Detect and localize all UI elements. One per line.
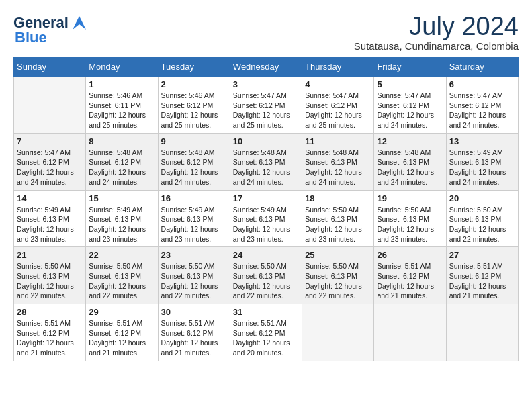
sunrise-text: Sunrise: 5:49 AM — [449, 148, 515, 158]
day-number: 12 — [377, 136, 443, 146]
day-number: 22 — [89, 250, 154, 260]
sunset-text: Sunset: 6:13 PM — [305, 214, 371, 224]
month-year: July 2024 — [354, 13, 519, 39]
sunrise-text: Sunrise: 5:48 AM — [161, 148, 227, 158]
daylight-line2: and 23 minutes. — [377, 234, 443, 244]
table-row: 1Sunrise: 5:46 AMSunset: 6:11 PMDaylight… — [86, 77, 158, 134]
day-number: 20 — [449, 193, 515, 203]
daylight-line2: and 21 minutes. — [161, 348, 227, 358]
sunset-text: Sunset: 6:13 PM — [305, 271, 371, 281]
daylight-line2: and 23 minutes. — [17, 234, 83, 244]
location: Sutatausa, Cundinamarca, Colombia — [354, 40, 519, 52]
sunset-text: Sunset: 6:12 PM — [89, 328, 154, 338]
logo-blue: Blue — [15, 30, 47, 46]
sunrise-text: Sunrise: 5:51 AM — [89, 318, 154, 328]
table-row: 15Sunrise: 5:49 AMSunset: 6:13 PMDayligh… — [86, 190, 158, 247]
header: General Blue July 2024 Sutatausa, Cundin… — [13, 13, 519, 52]
sunset-text: Sunset: 6:12 PM — [233, 101, 299, 111]
day-info: Sunrise: 5:47 AMSunset: 6:12 PMDaylight:… — [377, 91, 443, 130]
sunrise-text: Sunrise: 5:48 AM — [377, 148, 443, 158]
daylight-line2: and 22 minutes. — [17, 291, 83, 301]
sunrise-text: Sunrise: 5:50 AM — [305, 205, 371, 215]
sunrise-text: Sunrise: 5:48 AM — [233, 148, 299, 158]
table-row: 16Sunrise: 5:49 AMSunset: 6:13 PMDayligh… — [158, 190, 230, 247]
sunrise-text: Sunrise: 5:49 AM — [89, 205, 154, 215]
day-info: Sunrise: 5:51 AMSunset: 6:12 PMDaylight:… — [161, 318, 227, 358]
daylight-line2: and 21 minutes. — [449, 291, 515, 301]
daylight-line1: Daylight: 12 hours — [17, 281, 83, 291]
table-row: 24Sunrise: 5:50 AMSunset: 6:13 PMDayligh… — [230, 247, 302, 304]
col-wednesday: Wednesday — [230, 58, 302, 77]
page: General Blue July 2024 Sutatausa, Cundin… — [0, 0, 532, 368]
table-row — [14, 77, 86, 134]
calendar-header-row: Sunday Monday Tuesday Wednesday Thursday… — [14, 58, 519, 77]
daylight-line1: Daylight: 12 hours — [305, 110, 371, 120]
table-row: 29Sunrise: 5:51 AMSunset: 6:12 PMDayligh… — [86, 304, 158, 361]
sunset-text: Sunset: 6:13 PM — [377, 157, 443, 167]
table-row: 22Sunrise: 5:50 AMSunset: 6:13 PMDayligh… — [86, 247, 158, 304]
sunset-text: Sunset: 6:12 PM — [233, 328, 299, 338]
daylight-line1: Daylight: 12 hours — [161, 167, 227, 177]
sunrise-text: Sunrise: 5:51 AM — [233, 318, 299, 328]
sunrise-text: Sunrise: 5:51 AM — [161, 318, 227, 328]
day-info: Sunrise: 5:49 AMSunset: 6:13 PMDaylight:… — [233, 205, 299, 244]
sunrise-text: Sunrise: 5:50 AM — [305, 261, 371, 271]
day-number: 26 — [377, 250, 443, 260]
daylight-line1: Daylight: 12 hours — [377, 110, 443, 120]
daylight-line2: and 24 minutes. — [233, 177, 299, 187]
daylight-line2: and 25 minutes. — [233, 120, 299, 130]
sunset-text: Sunset: 6:12 PM — [161, 328, 227, 338]
table-row: 10Sunrise: 5:48 AMSunset: 6:13 PMDayligh… — [230, 133, 302, 190]
daylight-line2: and 25 minutes. — [161, 120, 227, 130]
table-row: 8Sunrise: 5:48 AMSunset: 6:12 PMDaylight… — [86, 133, 158, 190]
sunset-text: Sunset: 6:13 PM — [449, 214, 515, 224]
day-info: Sunrise: 5:49 AMSunset: 6:13 PMDaylight:… — [449, 148, 515, 187]
table-row: 21Sunrise: 5:50 AMSunset: 6:13 PMDayligh… — [14, 247, 86, 304]
table-row: 6Sunrise: 5:47 AMSunset: 6:12 PMDaylight… — [446, 77, 518, 134]
sunset-text: Sunset: 6:12 PM — [161, 157, 227, 167]
day-number: 17 — [233, 193, 299, 203]
daylight-line1: Daylight: 12 hours — [89, 338, 154, 348]
col-friday: Friday — [374, 58, 446, 77]
calendar-week-row: 28Sunrise: 5:51 AMSunset: 6:12 PMDayligh… — [14, 304, 519, 361]
daylight-line2: and 22 minutes. — [233, 291, 299, 301]
day-info: Sunrise: 5:51 AMSunset: 6:12 PMDaylight:… — [233, 318, 299, 358]
sunset-text: Sunset: 6:13 PM — [377, 214, 443, 224]
sunrise-text: Sunrise: 5:47 AM — [233, 91, 299, 101]
day-number: 11 — [305, 136, 371, 146]
daylight-line2: and 23 minutes. — [305, 234, 371, 244]
day-info: Sunrise: 5:48 AMSunset: 6:13 PMDaylight:… — [305, 148, 371, 187]
daylight-line1: Daylight: 12 hours — [161, 110, 227, 120]
svg-marker-0 — [73, 16, 86, 30]
day-number: 3 — [233, 79, 299, 89]
daylight-line1: Daylight: 12 hours — [89, 224, 154, 234]
col-saturday: Saturday — [446, 58, 518, 77]
calendar-week-row: 1Sunrise: 5:46 AMSunset: 6:11 PMDaylight… — [14, 77, 519, 134]
daylight-line2: and 23 minutes. — [161, 234, 227, 244]
sunrise-text: Sunrise: 5:49 AM — [233, 205, 299, 215]
day-number: 9 — [161, 136, 227, 146]
day-number: 6 — [449, 79, 515, 89]
sunrise-text: Sunrise: 5:47 AM — [377, 91, 443, 101]
sunset-text: Sunset: 6:13 PM — [89, 271, 154, 281]
daylight-line1: Daylight: 12 hours — [17, 338, 83, 348]
daylight-line1: Daylight: 12 hours — [233, 338, 299, 348]
daylight-line1: Daylight: 12 hours — [449, 281, 515, 291]
day-info: Sunrise: 5:51 AMSunset: 6:12 PMDaylight:… — [449, 261, 515, 301]
daylight-line2: and 24 minutes. — [305, 177, 371, 187]
daylight-line1: Daylight: 12 hours — [377, 167, 443, 177]
daylight-line1: Daylight: 12 hours — [161, 224, 227, 234]
day-info: Sunrise: 5:51 AMSunset: 6:12 PMDaylight:… — [89, 318, 154, 358]
sunset-text: Sunset: 6:13 PM — [233, 271, 299, 281]
table-row: 27Sunrise: 5:51 AMSunset: 6:12 PMDayligh… — [446, 247, 518, 304]
day-info: Sunrise: 5:50 AMSunset: 6:13 PMDaylight:… — [449, 205, 515, 244]
table-row: 12Sunrise: 5:48 AMSunset: 6:13 PMDayligh… — [374, 133, 446, 190]
day-info: Sunrise: 5:51 AMSunset: 6:12 PMDaylight:… — [17, 318, 83, 358]
day-info: Sunrise: 5:47 AMSunset: 6:12 PMDaylight:… — [449, 91, 515, 130]
day-number: 4 — [305, 79, 371, 89]
title-block: July 2024 Sutatausa, Cundinamarca, Colom… — [354, 13, 519, 52]
sunrise-text: Sunrise: 5:47 AM — [17, 148, 83, 158]
daylight-line2: and 23 minutes. — [233, 234, 299, 244]
daylight-line2: and 24 minutes. — [449, 120, 515, 130]
daylight-line2: and 24 minutes. — [377, 120, 443, 130]
